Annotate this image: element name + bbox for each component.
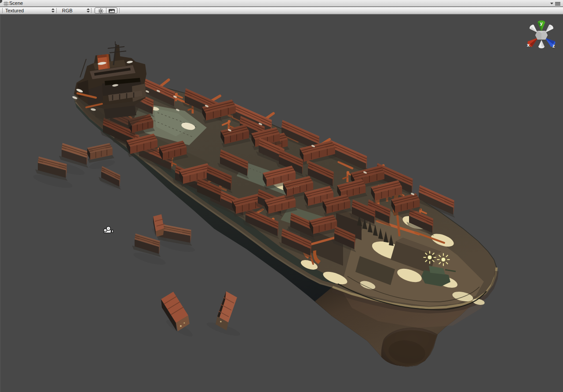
svg-text:z: z [552,43,555,48]
svg-text:x: x [527,42,530,48]
svg-text:y: y [540,21,543,26]
